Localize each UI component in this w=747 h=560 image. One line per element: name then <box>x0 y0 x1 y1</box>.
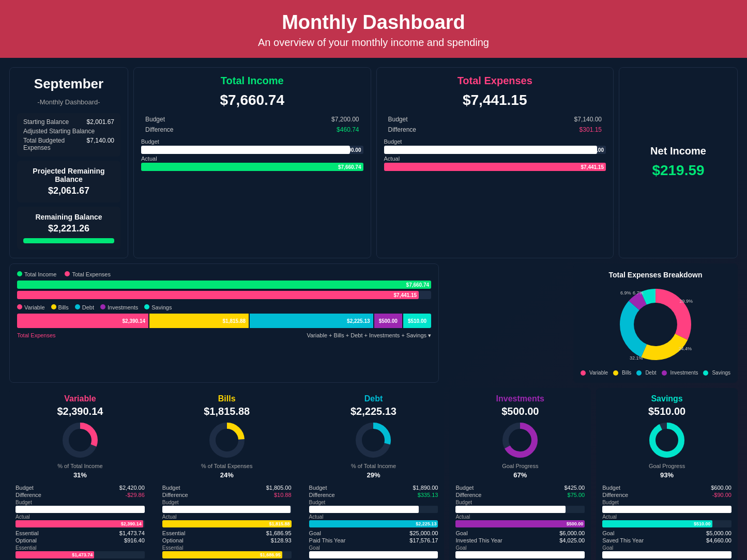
september-card: September -Monthly Dashboard- Starting B… <box>9 67 128 258</box>
income-budget-val: $7,200.00 <box>331 116 359 123</box>
exp-diff-label: Difference <box>388 126 416 133</box>
month-title: September <box>17 76 120 92</box>
exp-budget-label: Budget <box>388 116 408 123</box>
debt-donut <box>353 419 394 461</box>
net-income-card: Net Income $219.59 <box>619 67 738 258</box>
remaining-val: $2,221.26 <box>23 223 114 234</box>
income-diff-val: $460.74 <box>337 126 359 133</box>
page-title: Monthly Dashboard <box>0 11 747 34</box>
exp-budget-bar: $7,140.00 <box>384 146 606 154</box>
total-expenses-card: Total Expenses $7,441.15 Budget $7,140.0… <box>376 67 614 258</box>
variable-pct-label: 32.1% <box>630 355 643 361</box>
svg-point-11 <box>216 429 238 451</box>
var-value: $2,390.14 <box>57 406 103 417</box>
inv-title: Investments <box>496 394 544 403</box>
net-title: Net Income <box>627 145 730 157</box>
exp-budget-val: $7,140.00 <box>574 116 602 123</box>
exp-diff-val: $301.15 <box>580 126 602 133</box>
sav-value: $510.00 <box>648 406 685 417</box>
var-title: Variable <box>64 394 96 403</box>
debt-pct-label: 29.9% <box>680 299 693 304</box>
svg-point-8 <box>69 429 91 451</box>
income-budget-label: Budget <box>145 116 165 123</box>
income-budget-bar: $7,200.00 <box>141 146 363 154</box>
bills-card: Bills $1,815.88 % of Total Expenses 24% … <box>156 388 298 560</box>
sav-title: Savings <box>651 394 682 403</box>
total-income-card: Total Income $7,660.74 Budget $7,200.00 … <box>133 67 371 258</box>
debt-title: Debt <box>364 394 383 403</box>
income-title: Total Income <box>141 75 363 87</box>
remaining-title: Remaining Balance <box>23 213 114 221</box>
svg-point-17 <box>509 429 531 451</box>
expenses-title: Total Expenses <box>384 75 606 87</box>
investments-pct-label: 6.7% <box>633 290 644 295</box>
investments-card: Investments $500.00 Goal Progress 67% Bu… <box>449 388 591 560</box>
debt-card: Debt $2,225.13 % of Total Income 29% Bud… <box>303 388 445 560</box>
bills-cat-bar: $1,815.88 <box>149 314 249 328</box>
savings-cat-bar: $510.00 <box>403 314 431 328</box>
inv-value: $500.00 <box>501 406 539 417</box>
var-donut <box>59 419 101 461</box>
bills-pct-label: 24.4% <box>679 346 692 351</box>
breakdown-title: Total Expenses Breakdown <box>581 271 730 279</box>
debt-value: $2,225.13 <box>350 406 397 417</box>
net-value: $219.59 <box>627 162 730 179</box>
month-subtitle: -Monthly Dashboard- <box>17 98 120 106</box>
svg-point-20 <box>656 429 678 451</box>
investments-cat-bar: $500.00 <box>374 314 402 328</box>
bills-title: Bills <box>218 394 236 403</box>
income-actual-bar: $7,660.74 <box>141 163 363 171</box>
starting-balance-label: Starting Balance <box>23 118 69 126</box>
total-expenses-label: Total Expenses <box>17 332 56 339</box>
svg-point-14 <box>362 429 384 451</box>
budgeted-label: Total Budgeted Expenses <box>23 137 87 151</box>
projected-val: $2,061.67 <box>23 185 114 196</box>
expenses-value: $7,441.15 <box>384 92 606 108</box>
starting-balance-val: $2,001.67 <box>87 118 114 126</box>
header: Monthly Dashboard An overview of your mo… <box>0 0 747 58</box>
bills-donut <box>206 419 248 461</box>
variable-card: Variable $2,390.14 % of Total Income 31%… <box>9 388 151 560</box>
savings-pct-label: 6.9% <box>620 290 631 295</box>
variable-cat-bar: $2,390.14 <box>17 314 148 328</box>
income-value: $7,660.74 <box>141 92 363 108</box>
sav-donut <box>646 419 688 461</box>
exp-actual-bar: $7,441.15 <box>384 163 606 171</box>
expenses-breakdown-card: Total Expenses Breakdown <box>573 263 738 383</box>
remaining-bar <box>23 238 114 243</box>
savings-card: Savings $510.00 Goal Progress 93% Budget… <box>596 388 738 560</box>
page-subtitle: An overview of your monthly income and s… <box>0 37 747 49</box>
projected-title: Projected Remaining Balance <box>23 167 114 183</box>
income-diff-label: Difference <box>145 126 173 133</box>
bills-value: $1,815.88 <box>204 406 250 417</box>
chart-area: Total Income Total Expenses $7,660.74 $7… <box>9 263 439 383</box>
adjusted-label: Adjusted Starting Balance <box>23 128 95 135</box>
inv-donut <box>499 419 541 461</box>
breakdown-donut-svg <box>614 283 697 366</box>
debt-cat-bar: $2,225.13 <box>250 314 373 328</box>
budgeted-val: $7,140.00 <box>87 137 114 151</box>
svg-point-5 <box>634 303 677 346</box>
